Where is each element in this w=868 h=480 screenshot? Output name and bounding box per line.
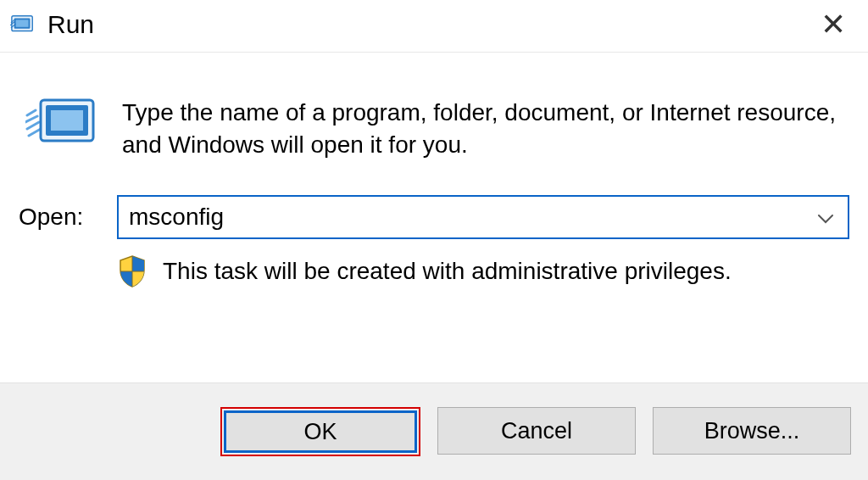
open-combobox[interactable] <box>117 195 849 239</box>
cancel-button[interactable]: Cancel <box>437 407 636 455</box>
window-title: Run <box>47 10 809 39</box>
svg-rect-2 <box>16 20 29 26</box>
open-label: Open: <box>19 204 117 231</box>
ok-button[interactable]: OK <box>224 410 417 453</box>
chevron-down-icon[interactable] <box>804 204 848 230</box>
open-input[interactable] <box>129 204 804 231</box>
dialog-body: Type the name of a program, folder, docu… <box>0 53 868 314</box>
run-icon-large <box>25 95 98 149</box>
run-icon <box>10 12 36 37</box>
svg-rect-5 <box>51 110 83 131</box>
close-button[interactable]: ✕ <box>809 9 858 40</box>
ok-highlight: OK <box>220 407 420 456</box>
shield-icon <box>117 254 147 288</box>
instruction-text: Type the name of a program, folder, docu… <box>122 95 849 161</box>
titlebar: Run ✕ <box>0 0 868 53</box>
button-bar: OK Cancel Browse... <box>0 382 868 480</box>
admin-privileges-text: This task will be created with administr… <box>163 258 732 285</box>
browse-button[interactable]: Browse... <box>653 407 851 455</box>
